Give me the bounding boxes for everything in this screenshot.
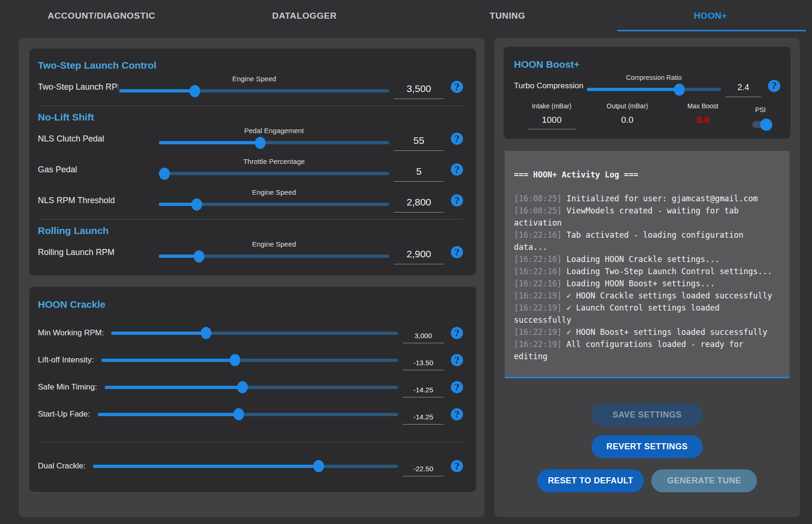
log-timestamp: [16:22:19]: [514, 327, 562, 337]
log-timestamp: [16:08:25]: [514, 206, 562, 215]
slider-thumb[interactable]: [200, 327, 211, 339]
min-working-rpm-value[interactable]: 3,000: [403, 332, 444, 343]
safe-min-timing-value[interactable]: -14.25: [403, 386, 444, 397]
max-boost-value: 0.0: [665, 115, 741, 125]
nls-rpm-threshold-slider[interactable]: [159, 203, 389, 206]
bottom-button-row: RESET TO DEFAULT GENERATE TUNE: [537, 469, 757, 492]
log-timestamp: [16:08:25]: [514, 194, 562, 203]
slider-thumb[interactable]: [255, 137, 265, 149]
log-entry: [16:22:16] Loading Two-Step Launch Contr…: [514, 265, 780, 277]
help-icon[interactable]: ?: [451, 408, 463, 420]
launch-control-card: Two-Step Launch Control Two-Step Launch …: [29, 49, 476, 276]
help-icon[interactable]: ?: [451, 327, 463, 339]
dual-crackle-value[interactable]: -22.50: [403, 465, 444, 476]
start-up-fade-row: Start-Up Fade: -14.25 ?: [38, 401, 463, 428]
safe-min-timing-label: Safe Min Timing:: [38, 382, 97, 392]
rolling-launch-rpm-label: Rolling Launch RPM: [38, 248, 158, 257]
axis-label: Engine Speed: [118, 75, 390, 83]
save-settings-button[interactable]: SAVE SETTINGS: [591, 404, 703, 426]
help-icon[interactable]: ?: [451, 81, 463, 93]
rolling-launch-slider-area: Engine Speed: [158, 240, 390, 264]
two-step-rpm-slider[interactable]: [119, 89, 389, 92]
help-icon[interactable]: ?: [451, 194, 463, 206]
slider-thumb[interactable]: [674, 84, 685, 96]
slider-fill: [119, 89, 195, 92]
intake-field: Intake (mBar) 1000: [514, 102, 590, 129]
turbo-compression-label: Turbo Compression: [514, 81, 586, 91]
log-entry: [16:22:19] ✓ HOON Boost+ settings loaded…: [514, 326, 780, 338]
turbo-compression-slider[interactable]: [587, 88, 721, 91]
generate-tune-button[interactable]: GENERATE TUNE: [651, 469, 757, 492]
action-buttons: SAVE SETTINGS REVERT SETTINGS RESET TO D…: [494, 404, 800, 492]
slider-thumb[interactable]: [229, 354, 240, 366]
safe-min-timing-slider[interactable]: [105, 386, 398, 389]
axis-label: Engine Speed: [158, 240, 390, 248]
help-icon[interactable]: ?: [451, 460, 463, 472]
nls-rpm-threshold-label: NLS RPM Threshold: [38, 196, 158, 205]
activity-log[interactable]: === HOON+ Activity Log === [16:08:25] In…: [505, 151, 790, 378]
intake-value[interactable]: 1000: [527, 115, 576, 129]
start-up-fade-value[interactable]: -14.25: [403, 413, 444, 425]
psi-toggle-knob[interactable]: [760, 119, 772, 131]
slider-thumb[interactable]: [237, 381, 248, 393]
nls-clutch-slider-area: Pedal Engagement: [158, 127, 390, 151]
slider-thumb[interactable]: [313, 460, 324, 472]
nls-clutch-pedal-row: NLS Clutch Pedal Pedal Engagement 55 ?: [38, 127, 463, 151]
gas-pedal-value[interactable]: 5: [394, 166, 444, 182]
tab-account-diagnostic[interactable]: ACCOUNT/DIAGNOSTIC: [0, 0, 203, 31]
slider-fill: [105, 386, 242, 389]
start-up-fade-slider[interactable]: [98, 413, 399, 416]
tab-tuning[interactable]: TUNING: [406, 0, 609, 31]
gas-pedal-slider[interactable]: [159, 172, 389, 175]
lift-off-intensity-value[interactable]: -13.50: [403, 359, 444, 370]
help-icon[interactable]: ?: [451, 246, 463, 258]
log-entry: [16:22:16] Tab activated - loading confi…: [514, 229, 780, 253]
slider-thumb[interactable]: [159, 168, 170, 180]
reset-to-default-button[interactable]: RESET TO DEFAULT: [537, 469, 644, 492]
slider-thumb[interactable]: [194, 250, 205, 262]
slider-thumb[interactable]: [233, 408, 244, 420]
slider-thumb[interactable]: [192, 198, 202, 211]
rolling-launch-rpm-slider[interactable]: [159, 255, 389, 258]
revert-settings-button[interactable]: REVERT SETTINGS: [591, 435, 703, 458]
help-icon[interactable]: ?: [768, 80, 780, 92]
log-entry: [16:22:19] All configurations loaded - r…: [514, 338, 780, 362]
two-step-rpm-slider-area: Engine Speed: [118, 75, 390, 99]
max-boost-label: Max Boost: [665, 102, 741, 110]
slider-thumb[interactable]: [189, 85, 200, 97]
log-entry: [16:22:16] Loading HOON Boost+ settings.…: [514, 277, 780, 290]
log-message: Loading HOON Boost+ settings...: [567, 279, 715, 288]
gas-pedal-label: Gas Pedal: [38, 165, 158, 175]
axis-label: Pedal Engagement: [158, 127, 390, 135]
slider-fill: [159, 255, 199, 258]
lift-off-intensity-slider[interactable]: [101, 359, 398, 362]
output-label: Output (mBar): [590, 102, 665, 110]
tab-hoon-plus[interactable]: HOON+: [609, 0, 812, 31]
max-boost-field: Max Boost 0.0: [665, 102, 741, 125]
log-timestamp: [16:22:19]: [514, 291, 562, 300]
turbo-compression-row: Turbo Compression Compression Ratio 2.4 …: [514, 74, 780, 98]
nls-rpm-threshold-value[interactable]: 2,800: [394, 197, 444, 212]
help-icon[interactable]: ?: [451, 163, 463, 176]
axis-label: Compression Ratio: [586, 74, 722, 81]
activity-log-title: === HOON+ Activity Log ===: [514, 169, 780, 181]
nls-clutch-pedal-slider[interactable]: [159, 141, 389, 144]
nls-clutch-pedal-value[interactable]: 55: [394, 135, 444, 151]
axis-label: Engine Speed: [158, 188, 390, 196]
two-step-rpm-value[interactable]: 3,500: [394, 83, 444, 99]
dual-crackle-slider[interactable]: [93, 465, 398, 468]
hoon-boost-card: HOON Boost+ Turbo Compression Compressio…: [504, 47, 791, 139]
tab-datalogger[interactable]: DATALOGGER: [203, 0, 406, 31]
log-message: ✓ HOON Boost+ settings loaded successful…: [567, 327, 768, 337]
section-divider: [38, 442, 463, 442]
psi-toggle[interactable]: [752, 121, 769, 128]
rolling-launch-rpm-value[interactable]: 2,900: [394, 248, 444, 264]
help-icon[interactable]: ?: [451, 354, 463, 366]
help-icon[interactable]: ?: [451, 381, 463, 393]
min-working-rpm-slider[interactable]: [111, 332, 398, 335]
turbo-compression-value[interactable]: 2.4: [726, 83, 761, 97]
help-icon[interactable]: ?: [451, 133, 463, 145]
log-entry: [16:22:19] ✓ HOON Crackle settings loade…: [514, 290, 780, 302]
launch-settings-panel: Two-Step Launch Control Two-Step Launch …: [19, 38, 484, 517]
no-lift-shift-title: No-Lift Shift: [38, 112, 463, 123]
